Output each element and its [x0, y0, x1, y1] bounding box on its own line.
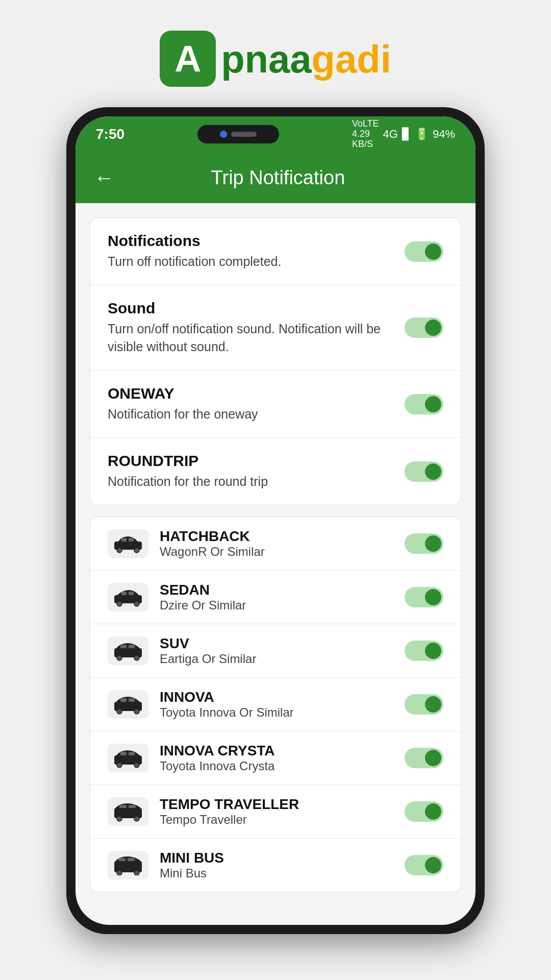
svg-point-12	[134, 655, 139, 660]
hatchback-left: HATCHBACK WagonR Or Similar	[108, 528, 405, 559]
oneway-title: ONEWAY	[108, 385, 394, 402]
innova-toggle[interactable]	[405, 694, 443, 715]
scroll-content: Notifications Turn off notification comp…	[76, 203, 475, 925]
sound-text: Sound Turn on/off notification sound. No…	[108, 300, 394, 356]
notifications-desc: Turn off notification completed.	[108, 253, 394, 271]
battery-icon: 🔋	[415, 128, 429, 141]
svg-rect-29	[129, 805, 136, 808]
sound-row: Sound Turn on/off notification sound. No…	[90, 285, 461, 371]
sedan-sub: Dzire Or Similar	[160, 598, 246, 612]
svg-point-6	[117, 601, 122, 606]
logo-gadi: gadi	[312, 37, 391, 81]
tempo-row: TEMPO TRAVELLER Tempo Traveller	[90, 785, 461, 839]
back-button[interactable]: ←	[94, 166, 114, 189]
logo-text: pnaagadi	[221, 37, 391, 81]
sound-desc: Turn on/off notification sound. Notifica…	[108, 320, 394, 356]
innova-car-icon	[112, 694, 144, 715]
oneway-text: ONEWAY Notification for the oneway	[108, 385, 394, 423]
svg-point-31	[117, 870, 122, 875]
suv-sub: Eartiga Or Similar	[160, 652, 256, 666]
svg-rect-33	[118, 858, 126, 861]
svg-point-1	[117, 548, 122, 553]
notch-bar	[231, 132, 257, 137]
suv-title: SUV	[160, 635, 256, 652]
roundtrip-toggle[interactable]	[405, 461, 443, 482]
oneway-desc: Notification for the oneway	[108, 405, 394, 423]
roundtrip-title: ROUNDTRIP	[108, 452, 394, 470]
svg-rect-19	[129, 698, 135, 702]
oneway-toggle[interactable]	[405, 394, 443, 414]
status-icons: VoLTE4.29KB/S 4G ▊ 🔋 94%	[352, 119, 455, 149]
hatchback-row: HATCHBACK WagonR Or Similar	[90, 517, 461, 571]
tempo-toggle[interactable]	[405, 801, 443, 822]
tempo-sub: Tempo Traveller	[160, 813, 299, 827]
phone-screen: 7:50 VoLTE4.29KB/S 4G ▊ 🔋 94% ← Trip Not…	[76, 116, 475, 925]
sedan-text: SEDAN Dzire Or Similar	[160, 582, 246, 612]
minibus-row: MINI BUS Mini Bus	[90, 839, 461, 892]
sound-toggle[interactable]	[405, 317, 443, 338]
innova-crysta-toggle[interactable]	[405, 748, 443, 768]
roundtrip-row: ROUNDTRIP Notification for the round tri…	[90, 438, 461, 505]
sedan-toggle[interactable]	[405, 587, 443, 607]
app-bar: ← Trip Notification	[76, 152, 475, 203]
svg-rect-4	[129, 538, 134, 542]
suv-row: SUV Eartiga Or Similar	[90, 624, 461, 678]
sedan-row: SEDAN Dzire Or Similar	[90, 571, 461, 624]
innova-crysta-icon-wrap	[108, 744, 148, 772]
svg-point-2	[134, 548, 139, 553]
sedan-icon-wrap	[108, 583, 148, 611]
innova-left: INNOVA Toyota Innova Or Similar	[108, 689, 405, 720]
svg-point-21	[117, 763, 122, 768]
minibus-toggle[interactable]	[405, 855, 443, 875]
network-icon: 4G	[383, 128, 398, 141]
svg-rect-34	[128, 858, 135, 861]
svg-point-26	[117, 816, 122, 821]
suv-left: SUV Eartiga Or Similar	[108, 635, 405, 666]
minibus-icon-wrap	[108, 851, 148, 879]
roundtrip-desc: Notification for the round trip	[108, 473, 394, 491]
svg-point-16	[117, 709, 122, 714]
svg-rect-8	[121, 592, 127, 595]
svg-rect-13	[120, 645, 127, 648]
status-time: 7:50	[96, 126, 124, 142]
status-notch	[197, 125, 279, 143]
sedan-title: SEDAN	[160, 582, 246, 598]
oneway-row: ONEWAY Notification for the oneway	[90, 371, 461, 438]
minibus-sub: Mini Bus	[160, 866, 224, 880]
minibus-title: MINI BUS	[160, 850, 224, 866]
innova-row: INNOVA Toyota Innova Or Similar	[90, 678, 461, 731]
notifications-toggle[interactable]	[405, 241, 443, 262]
logo-icon: A	[160, 31, 216, 87]
signal-icon: ▊	[402, 128, 411, 141]
svg-point-7	[134, 601, 139, 606]
minibus-car-icon	[112, 855, 144, 875]
logo-area: A pnaagadi	[0, 0, 551, 107]
innova-crysta-row: INNOVA CRYSTA Toyota Innova Crysta	[90, 731, 461, 785]
svg-point-17	[134, 709, 139, 714]
suv-text: SUV Eartiga Or Similar	[160, 635, 256, 666]
logo-apna: pnaa	[221, 37, 311, 81]
innova-text: INNOVA Toyota Innova Or Similar	[160, 689, 294, 720]
svg-rect-28	[119, 805, 127, 808]
notifications-title: Notifications	[108, 232, 394, 250]
innova-sub: Toyota Innova Or Similar	[160, 705, 294, 720]
innova-crysta-sub: Toyota Innova Crysta	[160, 759, 275, 773]
speed-indicator: VoLTE4.29KB/S	[352, 119, 379, 149]
hatchback-car-icon	[112, 533, 144, 554]
tempo-left: TEMPO TRAVELLER Tempo Traveller	[108, 796, 405, 827]
hatchback-text: HATCHBACK WagonR Or Similar	[160, 528, 265, 559]
svg-point-27	[134, 816, 139, 821]
suv-car-icon	[112, 641, 144, 661]
logo-letter: A	[174, 38, 201, 80]
notch-dot	[220, 131, 227, 138]
minibus-text: MINI BUS Mini Bus	[160, 850, 224, 880]
notifications-text: Notifications Turn off notification comp…	[108, 232, 394, 271]
innova-crysta-car-icon	[112, 748, 144, 768]
suv-toggle[interactable]	[405, 641, 443, 661]
svg-point-11	[117, 655, 122, 660]
minibus-left: MINI BUS Mini Bus	[108, 850, 405, 880]
roundtrip-text: ROUNDTRIP Notification for the round tri…	[108, 452, 394, 491]
hatchback-toggle[interactable]	[405, 533, 443, 554]
hatchback-title: HATCHBACK	[160, 528, 265, 545]
notifications-card: Notifications Turn off notification comp…	[90, 217, 461, 505]
